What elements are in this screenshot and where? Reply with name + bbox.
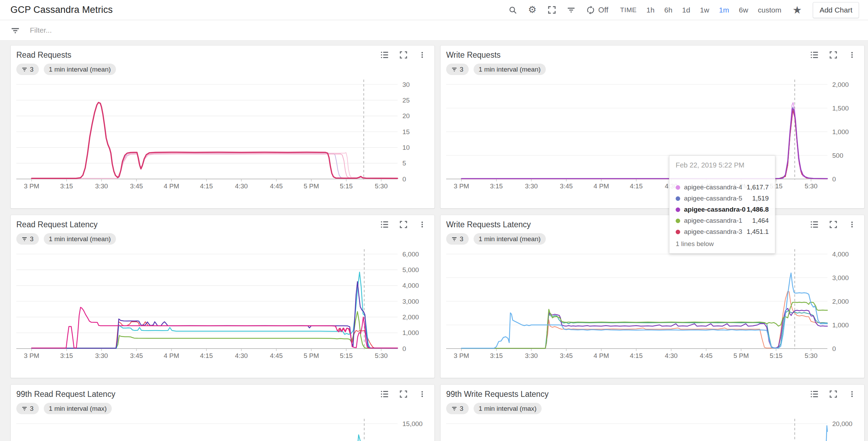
- filter-count-badge[interactable]: 3: [16, 403, 39, 414]
- svg-text:0: 0: [832, 175, 836, 183]
- more-vert-icon[interactable]: [418, 220, 427, 229]
- read-request-latency-chart[interactable]: 01,0002,0003,0004,0005,0006,0003 PM3:153…: [16, 247, 429, 362]
- legend-icon[interactable]: [810, 390, 819, 399]
- expand-chart-icon[interactable]: [399, 390, 408, 399]
- svg-text:20,000: 20,000: [832, 420, 852, 427]
- interval-badge[interactable]: 1 min interval (mean): [44, 64, 116, 75]
- add-chart-button[interactable]: Add Chart: [813, 2, 859, 18]
- expand-chart-icon[interactable]: [829, 50, 838, 59]
- time-range-6w[interactable]: 6w: [739, 6, 748, 14]
- more-vert-icon[interactable]: [848, 220, 857, 229]
- more-vert-icon[interactable]: [848, 390, 857, 399]
- series-color-dot: [676, 219, 680, 223]
- more-vert-icon[interactable]: [418, 390, 427, 399]
- svg-text:1,500: 1,500: [832, 105, 849, 112]
- dashboard-filter-bar: [0, 20, 868, 41]
- p99-read-request-latency-chart[interactable]: 15,00003 PM3:153:303:454 PM4:154:304:455…: [16, 417, 429, 441]
- time-range-6h[interactable]: 6h: [664, 6, 672, 14]
- svg-text:4:45: 4:45: [270, 352, 283, 359]
- interval-badge[interactable]: 1 min interval (mean): [44, 233, 116, 245]
- time-range-1d[interactable]: 1d: [682, 6, 690, 14]
- tooltip-series-name: apigee-cassandra-5: [684, 195, 752, 202]
- filter-icon: [10, 25, 20, 35]
- p99-write-requests-latency-chart[interactable]: 20,00003 PM3:153:303:454 PM4:154:304:455…: [446, 417, 859, 441]
- chart-title: Write Requests Latency: [446, 220, 531, 229]
- svg-text:4:30: 4:30: [665, 352, 678, 359]
- search-icon[interactable]: [508, 5, 518, 15]
- interval-badge[interactable]: 1 min interval (mean): [474, 233, 546, 245]
- svg-text:0: 0: [402, 345, 406, 352]
- svg-text:5:30: 5:30: [375, 352, 388, 359]
- legend-icon[interactable]: [380, 390, 389, 399]
- interval-badge[interactable]: 1 min interval (max): [44, 403, 112, 414]
- expand-chart-icon[interactable]: [399, 220, 408, 229]
- svg-text:3,000: 3,000: [832, 274, 849, 281]
- legend-icon[interactable]: [380, 220, 389, 229]
- svg-text:4:15: 4:15: [200, 352, 213, 359]
- more-vert-icon[interactable]: [848, 50, 857, 59]
- legend-icon[interactable]: [810, 220, 819, 229]
- favorite-star-icon[interactable]: ★: [793, 5, 802, 15]
- expand-chart-icon[interactable]: [829, 390, 838, 399]
- filter-list-icon[interactable]: [566, 5, 576, 15]
- svg-text:5:30: 5:30: [805, 352, 818, 359]
- write-requests-chart[interactable]: 05001,0001,5002,0003 PM3:153:303:454 PM4…: [446, 77, 859, 192]
- tooltip-row: apigee-cassandra-41,617.7: [676, 182, 769, 193]
- svg-text:4 PM: 4 PM: [594, 182, 609, 190]
- svg-text:25: 25: [402, 97, 410, 104]
- filter-count-badge[interactable]: 3: [446, 64, 469, 75]
- legend-icon[interactable]: [810, 50, 819, 59]
- tooltip-rows: apigee-cassandra-41,617.7apigee-cassandr…: [676, 182, 769, 237]
- series-color-dot: [676, 185, 680, 190]
- time-range-1m-active[interactable]: 1m: [719, 6, 729, 14]
- expand-chart-icon[interactable]: [829, 220, 838, 229]
- svg-text:3:30: 3:30: [525, 182, 538, 190]
- svg-text:3:30: 3:30: [95, 352, 108, 359]
- filter-input[interactable]: [30, 26, 858, 34]
- svg-text:3 PM: 3 PM: [24, 352, 39, 359]
- write-requests-latency-chart[interactable]: 01,0002,0003,0004,0003 PM3:153:303:454 P…: [446, 247, 859, 362]
- svg-text:4:45: 4:45: [700, 352, 712, 359]
- svg-text:1,000: 1,000: [402, 329, 419, 336]
- chart-card-99th-write-requests-latency: 99th Write Requests Latency: [440, 384, 865, 441]
- svg-text:5:15: 5:15: [340, 182, 353, 190]
- svg-text:1,000: 1,000: [832, 128, 849, 136]
- tooltip-series-name: apigee-cassandra-4: [684, 183, 747, 191]
- settings-gear-icon[interactable]: ⚙: [527, 5, 537, 15]
- read-requests-chart[interactable]: 0510152025303 PM3:153:303:454 PM4:154:30…: [16, 77, 429, 192]
- filter-count-badge[interactable]: 3: [446, 233, 469, 245]
- top-app-bar: GCP Cassandra Metrics ⚙: [0, 0, 868, 20]
- filter-count-badge[interactable]: 3: [446, 403, 469, 414]
- svg-text:5 PM: 5 PM: [733, 352, 749, 359]
- time-range-custom[interactable]: custom: [758, 6, 782, 14]
- svg-text:3:45: 3:45: [560, 352, 573, 359]
- time-range-1w[interactable]: 1w: [700, 6, 709, 14]
- expand-chart-icon[interactable]: [399, 50, 408, 59]
- time-range-1h[interactable]: 1h: [646, 6, 654, 14]
- interval-badge[interactable]: 1 min interval (mean): [474, 64, 546, 75]
- refresh-state-label: Off: [598, 6, 608, 15]
- svg-text:3:15: 3:15: [60, 182, 73, 190]
- interval-badge[interactable]: 1 min interval (max): [474, 403, 542, 414]
- svg-text:2,000: 2,000: [832, 298, 849, 305]
- svg-text:3 PM: 3 PM: [454, 182, 469, 190]
- fullscreen-icon[interactable]: [547, 5, 557, 15]
- svg-text:4 PM: 4 PM: [164, 352, 179, 359]
- filter-count-badge[interactable]: 3: [16, 64, 39, 75]
- filter-badge-icon: [451, 236, 457, 242]
- svg-text:5:15: 5:15: [770, 352, 783, 359]
- svg-text:6,000: 6,000: [402, 251, 419, 258]
- series-color-dot: [676, 196, 680, 201]
- chart-title: 99th Read Request Latency: [16, 390, 115, 399]
- svg-text:4:45: 4:45: [270, 182, 283, 190]
- svg-text:5:30: 5:30: [805, 182, 818, 190]
- legend-icon[interactable]: [380, 50, 389, 59]
- auto-refresh-control[interactable]: Off: [586, 5, 608, 15]
- filter-count-badge[interactable]: 3: [16, 233, 39, 245]
- chart-card-write-requests: Write Requests: [440, 45, 865, 209]
- svg-text:4,000: 4,000: [402, 282, 419, 289]
- chart-title: 99th Write Requests Latency: [446, 390, 549, 399]
- more-vert-icon[interactable]: [418, 50, 427, 59]
- svg-text:500: 500: [832, 152, 843, 159]
- svg-text:30: 30: [402, 81, 410, 88]
